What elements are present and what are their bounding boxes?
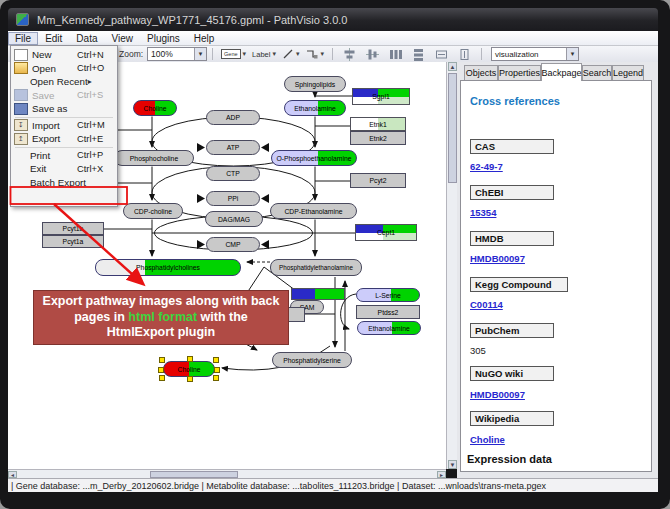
align-middle-icon[interactable] bbox=[365, 48, 380, 61]
chevron-down-icon[interactable]: ▾ bbox=[272, 50, 276, 58]
xref-link-hmdb[interactable]: HMDB00097 bbox=[470, 253, 525, 264]
node-ppi[interactable]: PPi bbox=[206, 191, 260, 206]
xref-header-pubchem: PubChem bbox=[470, 323, 554, 338]
node-phosphocholine[interactable]: Phosphocholine bbox=[114, 150, 194, 166]
xref-link-nugo[interactable]: HMDB00097 bbox=[470, 389, 525, 400]
menu-view[interactable]: View bbox=[104, 32, 140, 45]
selection-handle[interactable] bbox=[158, 367, 164, 373]
distribute-vertical-icon[interactable] bbox=[411, 48, 426, 61]
chevron-down-icon[interactable]: ▾ bbox=[194, 48, 206, 60]
cross-references-heading: Cross references bbox=[470, 95, 560, 107]
selection-handle[interactable] bbox=[213, 375, 219, 381]
selection-handle[interactable] bbox=[159, 357, 165, 363]
node-phosphatidylcholines[interactable]: Phosphatidylcholines bbox=[95, 259, 241, 276]
gene-etnk2[interactable]: Etnk2 bbox=[350, 131, 406, 145]
node-ctp[interactable]: CTP bbox=[206, 166, 260, 181]
node-sphingolipids[interactable]: Sphingolipids bbox=[284, 76, 346, 92]
label-tool-button[interactable]: Label ▾ bbox=[252, 50, 276, 59]
menu-item-exit[interactable]: Exit Ctrl+X bbox=[11, 162, 117, 176]
xref-header-cas: CAS bbox=[470, 139, 554, 154]
menu-item-save[interactable]: Save Ctrl+S bbox=[11, 89, 117, 103]
chevron-down-icon[interactable]: ▾ bbox=[320, 50, 324, 58]
connector-tool-button[interactable]: ▾ bbox=[305, 48, 324, 60]
save-icon bbox=[14, 89, 28, 101]
match-height-icon[interactable] bbox=[457, 48, 472, 61]
node-l-serine[interactable]: L-Serine bbox=[356, 288, 420, 302]
menu-item-save-as[interactable]: Save as bbox=[11, 102, 117, 116]
xref-link-chebi[interactable]: 15354 bbox=[470, 207, 496, 218]
xref-link-wikipedia[interactable]: Choline bbox=[470, 434, 505, 445]
tab-search[interactable]: Search bbox=[582, 65, 612, 80]
node-choline-selected[interactable]: Choline bbox=[163, 361, 215, 377]
scroll-up-icon[interactable]: ▲ bbox=[448, 62, 457, 71]
save-as-icon bbox=[14, 103, 28, 115]
menu-item-print[interactable]: Print Ctrl+P bbox=[11, 149, 117, 163]
scrollbar-thumb[interactable] bbox=[150, 471, 238, 478]
node-o-phosphoethanolamine[interactable]: O-Phosphoethanolamine bbox=[271, 150, 357, 166]
gene-node-icon: Gene bbox=[221, 49, 240, 59]
menu-file[interactable]: File bbox=[8, 32, 38, 45]
tab-properties[interactable]: Properties bbox=[498, 65, 541, 80]
xref-header-chebi: ChEBI bbox=[470, 185, 554, 200]
tab-backpage[interactable]: Backpage bbox=[541, 63, 582, 81]
node-cmp[interactable]: CMP bbox=[206, 237, 260, 252]
gene-pcyt2[interactable]: Pcyt2 bbox=[350, 173, 406, 188]
gene-ptdss2[interactable]: Ptdss2 bbox=[356, 305, 420, 319]
xref-link-cas[interactable]: 62-49-7 bbox=[470, 161, 503, 172]
node-ethanolamine-bottom[interactable]: Ethanolamine bbox=[357, 321, 421, 335]
gene-pcyt1a[interactable]: Pcyt1a bbox=[42, 235, 104, 248]
chevron-down-icon[interactable]: ▾ bbox=[243, 50, 247, 58]
selection-handle[interactable] bbox=[214, 367, 220, 373]
menu-item-new[interactable]: New Ctrl+N bbox=[11, 48, 117, 62]
selection-handle[interactable] bbox=[187, 356, 193, 362]
chevron-down-icon[interactable]: ▾ bbox=[566, 48, 578, 60]
menu-item-open[interactable]: Open Ctrl+O bbox=[11, 62, 117, 76]
selection-handle[interactable] bbox=[159, 375, 165, 381]
node-ethanolamine[interactable]: Ethanolamine bbox=[284, 100, 346, 116]
distribute-horizontal-icon[interactable] bbox=[388, 48, 403, 61]
gene-sgpl1[interactable]: Sgpl1 bbox=[352, 88, 410, 105]
align-center-icon[interactable] bbox=[342, 48, 357, 61]
node-cdp-choline[interactable]: CDP-choline bbox=[123, 203, 183, 219]
gene-cept1[interactable]: Cept1 bbox=[355, 224, 417, 241]
zoom-value: 100% bbox=[148, 49, 194, 59]
gene-tool-button[interactable]: Gene ▾ bbox=[221, 49, 246, 59]
menu-data[interactable]: Data bbox=[69, 32, 104, 45]
scroll-down-icon[interactable]: ▼ bbox=[448, 460, 457, 469]
gene-box-partially-hidden[interactable] bbox=[291, 288, 345, 300]
menu-item-export[interactable]: ↥ Export Ctrl+E bbox=[11, 132, 117, 146]
node-dag-mag[interactable]: DAG/MAG bbox=[205, 211, 263, 227]
menu-item-import[interactable]: ↧ Import Ctrl+M bbox=[11, 119, 117, 133]
gene-etnk1[interactable]: Etnk1 bbox=[350, 117, 406, 131]
line-icon bbox=[282, 48, 294, 60]
file-menu: New Ctrl+N Open Ctrl+O Open Recent ▸ Sav… bbox=[10, 45, 118, 207]
backpage-content: Cross references CAS 62-49-7 ChEBI 15354… bbox=[460, 80, 652, 472]
scroll-left-icon[interactable]: ◄ bbox=[8, 471, 17, 478]
scroll-right-icon[interactable]: ► bbox=[437, 471, 446, 478]
menu-item-open-recent[interactable]: Open Recent ▸ bbox=[11, 75, 117, 89]
xref-link-kegg[interactable]: C00114 bbox=[470, 299, 503, 310]
menu-plugins[interactable]: Plugins bbox=[140, 32, 187, 45]
gene-pcyt1b[interactable]: Pcyt1b bbox=[42, 222, 104, 235]
node-phosphatidylserine[interactable]: Phosphatidylserine bbox=[272, 352, 352, 368]
title-bar[interactable]: Mm_Kennedy_pathway_WP1771_45176.gpml - P… bbox=[8, 8, 658, 31]
scrollbar-thumb[interactable] bbox=[448, 73, 457, 183]
tab-objects[interactable]: Objects bbox=[464, 65, 498, 80]
node-choline[interactable]: Choline bbox=[133, 100, 177, 116]
node-adp[interactable]: ADP bbox=[206, 110, 260, 125]
visualization-combobox[interactable]: visualization ▾ bbox=[491, 47, 579, 61]
match-width-icon[interactable] bbox=[434, 48, 449, 61]
chevron-down-icon[interactable]: ▾ bbox=[296, 50, 300, 58]
zoom-combobox[interactable]: 100% ▾ bbox=[147, 47, 207, 61]
node-atp[interactable]: ATP bbox=[206, 140, 260, 155]
connector-icon bbox=[305, 48, 318, 60]
node-cdp-ethanolamine[interactable]: CDP-Ethanolamine bbox=[270, 203, 357, 219]
selection-handle[interactable] bbox=[213, 357, 219, 363]
tab-legend[interactable]: Legend bbox=[612, 65, 644, 80]
selection-handle[interactable] bbox=[187, 376, 193, 382]
menu-help[interactable]: Help bbox=[187, 32, 222, 45]
line-tool-button[interactable]: ▾ bbox=[282, 48, 300, 60]
menu-edit[interactable]: Edit bbox=[38, 32, 69, 45]
node-phosphatidylethanolamine[interactable]: Phosphatidylethanolamine bbox=[270, 259, 362, 276]
menu-item-batch-export[interactable]: Batch Export bbox=[11, 176, 117, 190]
